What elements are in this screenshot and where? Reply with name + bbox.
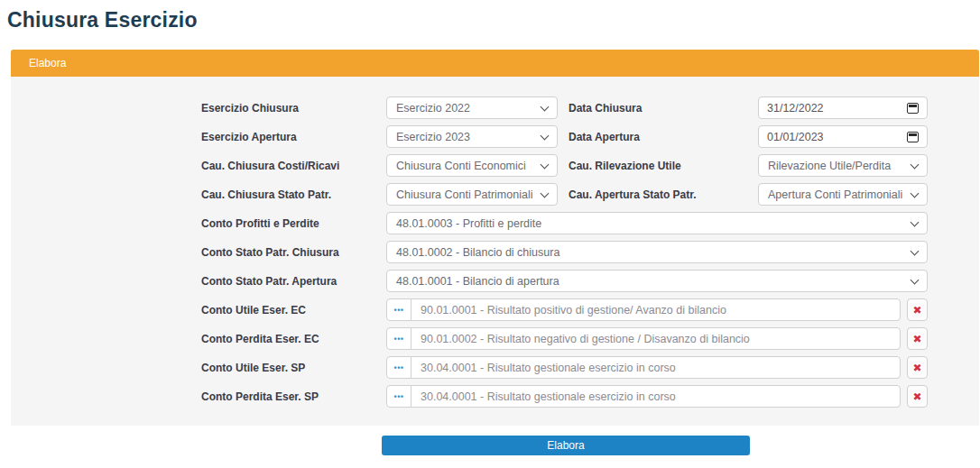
chevron-down-icon (911, 247, 920, 256)
chevron-down-icon (911, 218, 920, 227)
chevron-down-icon (541, 103, 550, 112)
conto-perdita-eser-sp-label: Conto Perdita Eser. SP (201, 390, 319, 403)
calendar-icon[interactable] (907, 132, 919, 142)
form-row-cau-chiusura-stato-patr: Cau. Chiusura Stato Patr. Chiusura Conti… (11, 183, 979, 206)
esercizio-chiusura-value: Esercizio 2022 (396, 102, 470, 115)
elabora-panel: Elabora Esercizio Chiusura Esercizio 202… (11, 50, 979, 426)
conto-utile-eser-sp-group: ••• 30.04.0001 - Risultato gestionale es… (386, 356, 928, 379)
cau-chiusura-costi-ricavi-select[interactable]: Chiusura Conti Economici (386, 154, 558, 177)
cau-rilevazione-utile-label: Cau. Rilevazione Utile (569, 160, 681, 172)
cau-chiusura-stato-patr-value: Chiusura Conti Patrimoniali (396, 188, 532, 201)
conto-utile-eser-ec-label: Conto Utile Eser. EC (201, 304, 306, 317)
conto-perdita-eser-sp-lookup-button[interactable]: ••• (386, 385, 411, 408)
cau-chiusura-stato-patr-select[interactable]: Chiusura Conti Patrimoniali (386, 183, 558, 206)
conto-utile-eser-ec-lookup-button[interactable]: ••• (386, 298, 411, 321)
clear-icon: ✖ (912, 362, 921, 374)
conto-utile-eser-sp-label: Conto Utile Eser. SP (201, 362, 305, 374)
panel-header: Elabora (11, 50, 979, 77)
conto-utile-eser-ec-clear-button[interactable]: ✖ (907, 298, 928, 321)
conto-utile-eser-sp-input[interactable]: 30.04.0001 - Risultato gestionale eserci… (411, 356, 901, 379)
form-row-esercizio-chiusura: Esercizio Chiusura Esercizio 2022 Data C… (11, 96, 979, 119)
conto-perdita-eser-sp-value: 30.04.0001 - Risultato gestionale eserci… (421, 390, 676, 403)
conto-utile-eser-sp-clear-button[interactable]: ✖ (907, 356, 928, 379)
esercizio-apertura-value: Esercizio 2023 (396, 131, 470, 143)
cau-chiusura-costi-ricavi-label: Cau. Chiusura Costi/Ricavi (201, 160, 339, 172)
cau-chiusura-costi-ricavi-value: Chiusura Conti Economici (396, 160, 526, 172)
ellipsis-icon: ••• (394, 335, 404, 344)
conto-utile-eser-sp-lookup-button[interactable]: ••• (386, 356, 411, 379)
conto-utile-eser-ec-value: 90.01.0001 - Risultato positivo di gesti… (421, 304, 726, 317)
conto-perdita-eser-sp-group: ••• 30.04.0001 - Risultato gestionale es… (386, 385, 928, 408)
elabora-submit-button[interactable]: Elabora (382, 436, 750, 455)
cau-rilevazione-utile-value: Rilevazione Utile/Perdita (768, 160, 891, 172)
esercizio-apertura-label: Esercizio Apertura (201, 131, 297, 143)
cau-apertura-stato-patr-label: Cau. Apertura Stato Patr. (569, 188, 697, 201)
conto-profitti-perdite-label: Conto Profitti e Perdite (201, 217, 319, 230)
esercizio-apertura-select[interactable]: Esercizio 2023 (386, 125, 558, 148)
chevron-down-icon (911, 276, 920, 285)
chevron-down-icon (541, 189, 550, 198)
conto-perdita-eser-sp-input[interactable]: 30.04.0001 - Risultato gestionale eserci… (411, 385, 901, 408)
conto-perdita-eser-ec-input[interactable]: 90.01.0002 - Risultato negativo di gesti… (411, 327, 901, 350)
form-row-conto-stato-patr-apertura: Conto Stato Patr. Apertura 48.01.0001 - … (11, 270, 979, 292)
conto-utile-eser-ec-group: ••• 90.01.0001 - Risultato positivo di g… (386, 298, 928, 321)
cau-apertura-stato-patr-value: Apertura Conti Patrimoniali (768, 188, 902, 201)
esercizio-chiusura-label: Esercizio Chiusura (201, 102, 299, 115)
cau-chiusura-stato-patr-label: Cau. Chiusura Stato Patr. (201, 188, 331, 201)
form-row-cau-chiusura-costi-ricavi: Cau. Chiusura Costi/Ricavi Chiusura Cont… (11, 154, 979, 177)
footer: Elabora (382, 436, 750, 455)
cau-rilevazione-utile-select[interactable]: Rilevazione Utile/Perdita (758, 154, 928, 177)
data-apertura-label: Data Apertura (569, 131, 640, 143)
data-apertura-input[interactable]: 01/01/2023 (758, 125, 928, 148)
clear-icon: ✖ (912, 333, 921, 345)
conto-perdita-eser-ec-group: ••• 90.01.0002 - Risultato negativo di g… (386, 327, 928, 350)
clear-icon: ✖ (912, 304, 921, 317)
form-row-conto-profitti-perdite: Conto Profitti e Perdite 48.01.0003 - Pr… (11, 212, 979, 234)
conto-perdita-eser-sp-clear-button[interactable]: ✖ (907, 385, 928, 408)
data-chiusura-value: 31/12/2022 (767, 102, 824, 115)
panel-header-title: Elabora (29, 57, 66, 69)
conto-utile-eser-sp-value: 30.04.0001 - Risultato gestionale eserci… (421, 362, 676, 374)
ellipsis-icon: ••• (394, 306, 404, 315)
form-row-conto-stato-patr-chiusura: Conto Stato Patr. Chiusura 48.01.0002 - … (11, 241, 979, 263)
conto-stato-patr-apertura-value: 48.01.0001 - Bilancio di apertura (396, 275, 559, 288)
conto-perdita-eser-ec-lookup-button[interactable]: ••• (386, 327, 411, 350)
conto-perdita-eser-ec-clear-button[interactable]: ✖ (907, 327, 928, 350)
ellipsis-icon: ••• (394, 363, 404, 372)
form-row-conto-utile-eser-sp: Conto Utile Eser. SP ••• 30.04.0001 - Ri… (11, 356, 979, 379)
conto-perdita-eser-ec-value: 90.01.0002 - Risultato negativo di gesti… (421, 333, 750, 345)
ellipsis-icon: ••• (394, 392, 404, 401)
chevron-down-icon (911, 189, 920, 198)
chevron-down-icon (541, 132, 550, 141)
chevron-down-icon (541, 161, 550, 170)
conto-stato-patr-apertura-label: Conto Stato Patr. Apertura (201, 275, 337, 288)
conto-stato-patr-chiusura-select[interactable]: 48.01.0002 - Bilancio di chiusura (386, 241, 928, 263)
esercizio-chiusura-select[interactable]: Esercizio 2022 (386, 96, 558, 119)
page-title: Chiusura Esercizio (0, 0, 980, 32)
data-apertura-value: 01/01/2023 (767, 131, 824, 143)
panel-body: Esercizio Chiusura Esercizio 2022 Data C… (11, 77, 979, 426)
chevron-down-icon (911, 161, 920, 170)
conto-utile-eser-ec-input[interactable]: 90.01.0001 - Risultato positivo di gesti… (411, 298, 901, 321)
conto-profitti-perdite-select[interactable]: 48.01.0003 - Profitti e perdite (386, 212, 928, 234)
clear-icon: ✖ (912, 390, 921, 403)
conto-stato-patr-chiusura-label: Conto Stato Patr. Chiusura (201, 246, 339, 259)
form-row-conto-perdita-eser-sp: Conto Perdita Eser. SP ••• 30.04.0001 - … (11, 385, 979, 408)
calendar-icon[interactable] (907, 103, 919, 114)
conto-stato-patr-apertura-select[interactable]: 48.01.0001 - Bilancio di apertura (386, 270, 928, 292)
form-row-esercizio-apertura: Esercizio Apertura Esercizio 2023 Data A… (11, 125, 979, 148)
conto-stato-patr-chiusura-value: 48.01.0002 - Bilancio di chiusura (396, 246, 559, 259)
data-chiusura-input[interactable]: 31/12/2022 (758, 96, 928, 119)
form-row-conto-perdita-eser-ec: Conto Perdita Eser. EC ••• 90.01.0002 - … (11, 327, 979, 350)
conto-perdita-eser-ec-label: Conto Perdita Eser. EC (201, 333, 319, 345)
form-row-conto-utile-eser-ec: Conto Utile Eser. EC ••• 90.01.0001 - Ri… (11, 298, 979, 321)
data-chiusura-label: Data Chiusura (569, 102, 642, 115)
cau-apertura-stato-patr-select[interactable]: Apertura Conti Patrimoniali (758, 183, 928, 206)
conto-profitti-perdite-value: 48.01.0003 - Profitti e perdite (396, 217, 541, 230)
